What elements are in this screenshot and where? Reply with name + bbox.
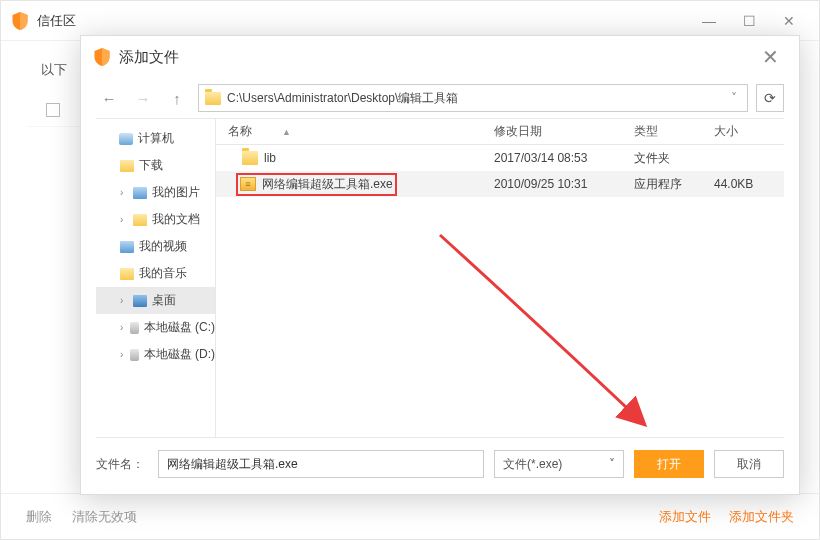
col-type-header[interactable]: 类型 [634,123,714,140]
expand-icon[interactable]: › [120,295,128,306]
file-list: 名称▲ 修改日期 类型 大小 lib 2017/03/14 08:53 文件夹 … [216,119,784,437]
path-text: C:\Users\Administrator\Desktop\编辑工具箱 [227,90,458,107]
delete-link[interactable]: 删除 [26,508,52,526]
col-date-header[interactable]: 修改日期 [494,123,634,140]
forward-button[interactable]: → [130,85,156,111]
tree-music[interactable]: 我的音乐 [96,260,215,287]
folder-icon [205,92,221,105]
computer-icon [119,133,133,145]
maximize-button[interactable]: ☐ [729,6,769,36]
path-input[interactable]: C:\Users\Administrator\Desktop\编辑工具箱 ˅ [198,84,748,112]
tree-drive-c[interactable]: ›本地磁盘 (C:) [96,314,215,341]
clear-invalid-link[interactable]: 清除无效项 [72,508,137,526]
tree-computer[interactable]: 计算机 [96,125,215,152]
toolbar-text: 以下 [41,61,67,79]
documents-icon [133,214,147,226]
add-file-link[interactable]: 添加文件 [659,508,711,526]
back-button[interactable]: ← [96,85,122,111]
drive-icon [130,349,139,361]
shield-icon [93,47,111,67]
parent-title: 信任区 [37,12,689,30]
filename-label: 文件名： [96,456,144,473]
refresh-button[interactable]: ⟳ [756,84,784,112]
file-row-selected[interactable]: 网络编辑超级工具箱.exe 2010/09/25 10:31 应用程序 44.0… [216,171,784,197]
open-button[interactable]: 打开 [634,450,704,478]
file-row[interactable]: lib 2017/03/14 08:53 文件夹 [216,145,784,171]
col-size-header[interactable]: 大小 [714,123,784,140]
close-button[interactable]: ✕ [769,6,809,36]
chevron-down-icon: ˅ [609,457,615,471]
tree-desktop[interactable]: ›桌面 [96,287,215,314]
filename-input[interactable] [158,450,484,478]
dialog-footer: 文件名： 文件(*.exe)˅ 打开 取消 [81,438,799,490]
close-icon[interactable]: ✕ [754,41,787,73]
expand-icon[interactable]: › [120,187,128,198]
desktop-icon [133,295,147,307]
music-icon [120,268,134,280]
select-all-checkbox[interactable] [46,103,60,117]
parent-footer: 删除 清除无效项 添加文件 添加文件夹 [1,493,819,539]
tree-pictures[interactable]: ›我的图片 [96,179,215,206]
videos-icon [120,241,134,253]
minimize-button[interactable]: ― [689,6,729,36]
folder-tree: 计算机 下载 ›我的图片 ›我的文档 我的视频 我的音乐 ›桌面 ›本地磁盘 (… [96,119,216,437]
dialog-nav: ← → ↑ C:\Users\Administrator\Desktop\编辑工… [81,78,799,118]
add-file-dialog: 添加文件 ✕ ← → ↑ C:\Users\Administrator\Desk… [80,35,800,495]
highlight-annotation: 网络编辑超级工具箱.exe [236,173,397,196]
expand-icon[interactable]: › [120,214,128,225]
folder-icon [242,151,258,165]
sort-asc-icon: ▲ [282,127,291,137]
folder-icon [120,160,134,172]
drive-icon [130,322,139,334]
tree-downloads[interactable]: 下载 [96,152,215,179]
col-name-header[interactable]: 名称▲ [216,123,494,140]
chevron-down-icon[interactable]: ˅ [727,91,741,105]
pictures-icon [133,187,147,199]
exe-icon [240,177,256,191]
filetype-select[interactable]: 文件(*.exe)˅ [494,450,624,478]
expand-icon[interactable]: › [120,349,125,360]
file-list-header: 名称▲ 修改日期 类型 大小 [216,119,784,145]
tree-documents[interactable]: ›我的文档 [96,206,215,233]
tree-drive-d[interactable]: ›本地磁盘 (D:) [96,341,215,368]
add-folder-link[interactable]: 添加文件夹 [729,508,794,526]
dialog-titlebar: 添加文件 ✕ [81,36,799,78]
expand-icon[interactable]: › [120,322,125,333]
up-button[interactable]: ↑ [164,85,190,111]
shield-icon [11,11,29,31]
cancel-button[interactable]: 取消 [714,450,784,478]
tree-videos[interactable]: 我的视频 [96,233,215,260]
dialog-title: 添加文件 [119,48,754,67]
dialog-body: 计算机 下载 ›我的图片 ›我的文档 我的视频 我的音乐 ›桌面 ›本地磁盘 (… [96,118,784,438]
